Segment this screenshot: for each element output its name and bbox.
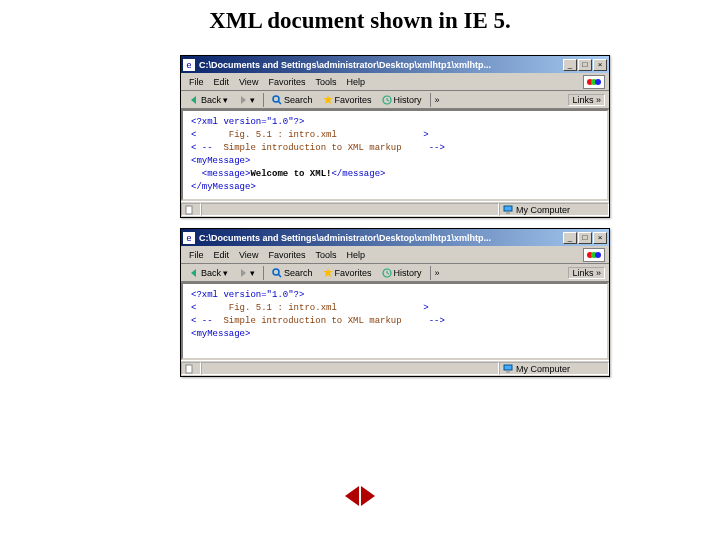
comment-open: < --	[191, 316, 213, 326]
prev-slide-arrow[interactable]	[345, 486, 359, 506]
minimize-button[interactable]: _	[563, 232, 577, 244]
maximize-button[interactable]: □	[578, 232, 592, 244]
chevron-icon[interactable]: »	[435, 268, 440, 278]
forward-arrow-icon	[238, 95, 248, 105]
search-label: Search	[284, 268, 313, 278]
maximize-button[interactable]: □	[578, 59, 592, 71]
status-message	[201, 203, 499, 216]
menu-favorites[interactable]: Favorites	[264, 77, 309, 87]
search-button[interactable]: Search	[268, 266, 317, 280]
toolbar: Back ▾ ▾ Search Favorites History »	[181, 264, 609, 282]
ie-icon: e	[183, 59, 195, 71]
slide-title: XML document shown in IE 5.	[0, 8, 720, 34]
back-button[interactable]: Back ▾	[185, 266, 232, 280]
svg-rect-8	[506, 212, 510, 214]
page-icon	[185, 205, 195, 215]
comment-close: -->	[429, 143, 445, 153]
search-label: Search	[284, 95, 313, 105]
titlebar: e C:\Documents and Settings\administrato…	[181, 56, 609, 73]
svg-rect-7	[504, 206, 512, 211]
comment-text: Simple introduction to XML markup	[213, 316, 402, 326]
screenshot-stage: e C:\Documents and Settings\administrato…	[180, 55, 610, 387]
svg-rect-17	[506, 371, 510, 373]
menu-file[interactable]: File	[185, 250, 208, 260]
forward-button[interactable]: ▾	[234, 266, 259, 280]
computer-icon	[503, 364, 513, 374]
dropdown-icon: ▾	[223, 95, 228, 105]
forward-arrow-icon	[238, 268, 248, 278]
status-zone: My Computer	[499, 362, 609, 375]
svg-line-4	[278, 101, 281, 104]
titlebar: e C:\Documents and Settings\administrato…	[181, 229, 609, 246]
history-icon	[382, 268, 392, 278]
msn-logo	[583, 248, 605, 262]
star-icon	[323, 268, 333, 278]
menu-edit[interactable]: Edit	[210, 77, 234, 87]
favorites-label: Favorites	[335, 268, 372, 278]
comment-close: -->	[429, 316, 445, 326]
back-arrow-icon	[189, 268, 199, 278]
dropdown-icon: ▾	[250, 95, 255, 105]
toolbar-separator	[263, 93, 264, 107]
favorites-label: Favorites	[335, 95, 372, 105]
msn-logo	[583, 75, 605, 89]
menu-tools[interactable]: Tools	[311, 250, 340, 260]
search-icon	[272, 268, 282, 278]
menu-edit[interactable]: Edit	[210, 250, 234, 260]
dropdown-icon: ▾	[250, 268, 255, 278]
back-arrow-icon	[189, 95, 199, 105]
menu-view[interactable]: View	[235, 250, 262, 260]
minimize-button[interactable]: _	[563, 59, 577, 71]
close-button[interactable]: ×	[593, 232, 607, 244]
next-slide-arrow[interactable]	[361, 486, 375, 506]
status-done-icon	[181, 203, 201, 216]
window-caption: C:\Documents and Settings\administrator\…	[199, 233, 563, 243]
svg-line-13	[278, 274, 281, 277]
comment-text: Simple introduction to XML markup	[213, 143, 402, 153]
forward-button[interactable]: ▾	[234, 93, 259, 107]
chevron-icon[interactable]: »	[435, 95, 440, 105]
zone-label: My Computer	[516, 205, 570, 215]
comment-text: Fig. 5.1 : intro.xml	[196, 130, 336, 140]
status-message	[201, 362, 499, 375]
chevron-icon: »	[596, 95, 601, 105]
links-label: Links	[572, 95, 593, 105]
open-tag: <myMessage>	[191, 156, 250, 166]
menu-help[interactable]: Help	[342, 77, 369, 87]
toolbar-separator	[263, 266, 264, 280]
history-button[interactable]: History	[378, 266, 426, 280]
svg-rect-15	[186, 365, 192, 373]
links-bar[interactable]: Links »	[568, 267, 605, 279]
computer-icon	[503, 205, 513, 215]
svg-point-11	[595, 252, 601, 258]
ie-window-2: e C:\Documents and Settings\administrato…	[180, 228, 610, 377]
comment-close: >	[423, 130, 428, 140]
slide-nav	[0, 486, 720, 510]
xml-decl: <?xml version="1.0"?>	[191, 290, 304, 300]
text-node: Welcome to XML!	[250, 169, 331, 179]
menu-file[interactable]: File	[185, 77, 208, 87]
menubar: File Edit View Favorites Tools Help	[181, 246, 609, 264]
favorites-button[interactable]: Favorites	[319, 93, 376, 107]
statusbar: My Computer	[181, 201, 609, 217]
menu-favorites[interactable]: Favorites	[264, 250, 309, 260]
svg-rect-6	[186, 206, 192, 214]
comment-text: Fig. 5.1 : intro.xml	[196, 303, 336, 313]
zone-label: My Computer	[516, 364, 570, 374]
links-label: Links	[572, 268, 593, 278]
svg-point-2	[595, 79, 601, 85]
menu-help[interactable]: Help	[342, 250, 369, 260]
favorites-button[interactable]: Favorites	[319, 266, 376, 280]
back-button[interactable]: Back ▾	[185, 93, 232, 107]
menu-tools[interactable]: Tools	[311, 77, 340, 87]
search-button[interactable]: Search	[268, 93, 317, 107]
menu-view[interactable]: View	[235, 77, 262, 87]
close-button[interactable]: ×	[593, 59, 607, 71]
status-done-icon	[181, 362, 201, 375]
close-tag: </myMessage>	[191, 182, 256, 192]
back-label: Back	[201, 268, 221, 278]
links-bar[interactable]: Links »	[568, 94, 605, 106]
history-label: History	[394, 95, 422, 105]
history-button[interactable]: History	[378, 93, 426, 107]
search-icon	[272, 95, 282, 105]
